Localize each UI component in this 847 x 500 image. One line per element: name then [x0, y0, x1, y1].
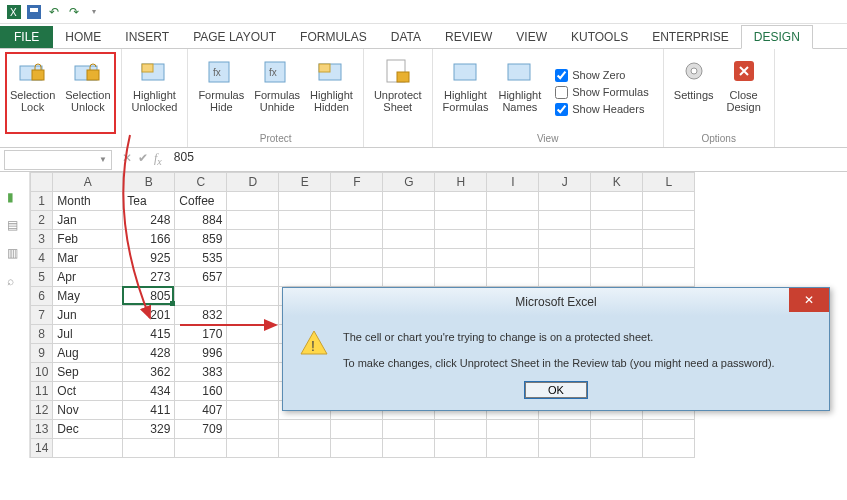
cell-J13[interactable] — [539, 420, 591, 439]
cell-B1[interactable]: Tea — [123, 192, 175, 211]
cell-A7[interactable]: Jun — [53, 306, 123, 325]
cell-B6[interactable]: 805 — [123, 287, 175, 306]
cell-A9[interactable]: Aug — [53, 344, 123, 363]
selection-lock-button[interactable]: Selection Lock — [6, 53, 59, 142]
cell-E1[interactable] — [279, 192, 331, 211]
cell-J3[interactable] — [539, 230, 591, 249]
cell-H14[interactable] — [435, 439, 487, 458]
cell-I3[interactable] — [487, 230, 539, 249]
cell-B2[interactable]: 248 — [123, 211, 175, 230]
selection-unlock-button[interactable]: Selection Unlock — [61, 53, 114, 142]
col-header-K[interactable]: K — [591, 173, 643, 192]
cell-B4[interactable]: 925 — [123, 249, 175, 268]
cell-G5[interactable] — [383, 268, 435, 287]
cell-K14[interactable] — [591, 439, 643, 458]
cell-I5[interactable] — [487, 268, 539, 287]
enter-icon[interactable]: ✔ — [138, 151, 148, 167]
col-header-D[interactable]: D — [227, 173, 279, 192]
cell-E3[interactable] — [279, 230, 331, 249]
tab-formulas[interactable]: FORMULAS — [288, 26, 379, 48]
cell-B10[interactable]: 362 — [123, 363, 175, 382]
cell-F1[interactable] — [331, 192, 383, 211]
cell-E5[interactable] — [279, 268, 331, 287]
cell-B12[interactable]: 411 — [123, 401, 175, 420]
tab-page-layout[interactable]: PAGE LAYOUT — [181, 26, 288, 48]
dialog-close-button[interactable]: ✕ — [789, 288, 829, 312]
highlight-hidden-button[interactable]: Highlight Hidden — [306, 53, 357, 131]
cell-I14[interactable] — [487, 439, 539, 458]
cell-E2[interactable] — [279, 211, 331, 230]
cell-K1[interactable] — [591, 192, 643, 211]
row-header-6[interactable]: 6 — [31, 287, 53, 306]
cell-B9[interactable]: 428 — [123, 344, 175, 363]
cell-L2[interactable] — [643, 211, 695, 230]
cell-D1[interactable] — [227, 192, 279, 211]
cell-D3[interactable] — [227, 230, 279, 249]
row-header-5[interactable]: 5 — [31, 268, 53, 287]
cell-D4[interactable] — [227, 249, 279, 268]
cell-C4[interactable]: 535 — [175, 249, 227, 268]
cell-H4[interactable] — [435, 249, 487, 268]
cell-D9[interactable] — [227, 344, 279, 363]
col-header-J[interactable]: J — [539, 173, 591, 192]
cell-A3[interactable]: Feb — [53, 230, 123, 249]
dialog-title-bar[interactable]: Microsoft Excel ✕ — [283, 288, 829, 316]
row-header-1[interactable]: 1 — [31, 192, 53, 211]
row-header-2[interactable]: 2 — [31, 211, 53, 230]
gutter-icon-1[interactable]: ▮ — [7, 190, 23, 204]
tab-review[interactable]: REVIEW — [433, 26, 504, 48]
cell-B13[interactable]: 329 — [123, 420, 175, 439]
col-header-F[interactable]: F — [331, 173, 383, 192]
cell-C11[interactable]: 160 — [175, 382, 227, 401]
col-header-E[interactable]: E — [279, 173, 331, 192]
fx-icon[interactable]: fx — [154, 151, 162, 167]
tab-home[interactable]: HOME — [53, 26, 113, 48]
tab-enterprise[interactable]: ENTERPRISE — [640, 26, 741, 48]
cell-J1[interactable] — [539, 192, 591, 211]
cell-H5[interactable] — [435, 268, 487, 287]
cell-G14[interactable] — [383, 439, 435, 458]
cell-I13[interactable] — [487, 420, 539, 439]
cell-B5[interactable]: 273 — [123, 268, 175, 287]
row-header-7[interactable]: 7 — [31, 306, 53, 325]
cell-J5[interactable] — [539, 268, 591, 287]
cell-D12[interactable] — [227, 401, 279, 420]
cell-G4[interactable] — [383, 249, 435, 268]
cell-F4[interactable] — [331, 249, 383, 268]
cell-B3[interactable]: 166 — [123, 230, 175, 249]
cell-C8[interactable]: 170 — [175, 325, 227, 344]
cell-C9[interactable]: 996 — [175, 344, 227, 363]
chevron-down-icon[interactable]: ▼ — [99, 155, 107, 164]
cell-A13[interactable]: Dec — [53, 420, 123, 439]
row-header-9[interactable]: 9 — [31, 344, 53, 363]
row-header-3[interactable]: 3 — [31, 230, 53, 249]
col-header-H[interactable]: H — [435, 173, 487, 192]
show-headers-checkbox[interactable]: Show Headers — [555, 103, 648, 116]
cell-J14[interactable] — [539, 439, 591, 458]
cell-B8[interactable]: 415 — [123, 325, 175, 344]
cell-C1[interactable]: Coffee — [175, 192, 227, 211]
cell-G2[interactable] — [383, 211, 435, 230]
select-all-cell[interactable] — [31, 173, 53, 192]
tab-design[interactable]: DESIGN — [741, 25, 813, 49]
save-icon[interactable] — [26, 4, 42, 20]
cell-F13[interactable] — [331, 420, 383, 439]
cell-A6[interactable]: May — [53, 287, 123, 306]
col-header-G[interactable]: G — [383, 173, 435, 192]
cell-D8[interactable] — [227, 325, 279, 344]
cell-A2[interactable]: Jan — [53, 211, 123, 230]
cell-B14[interactable] — [123, 439, 175, 458]
cell-I4[interactable] — [487, 249, 539, 268]
cell-A12[interactable]: Nov — [53, 401, 123, 420]
cell-C12[interactable]: 407 — [175, 401, 227, 420]
qat-dropdown-icon[interactable]: ▾ — [86, 4, 102, 20]
show-formulas-checkbox[interactable]: Show Formulas — [555, 86, 648, 99]
cell-C10[interactable]: 383 — [175, 363, 227, 382]
cell-A1[interactable]: Month — [53, 192, 123, 211]
cell-F3[interactable] — [331, 230, 383, 249]
cell-A8[interactable]: Jul — [53, 325, 123, 344]
cell-I1[interactable] — [487, 192, 539, 211]
cell-H1[interactable] — [435, 192, 487, 211]
unprotect-sheet-button[interactable]: Unprotect Sheet — [370, 53, 426, 142]
cell-J4[interactable] — [539, 249, 591, 268]
